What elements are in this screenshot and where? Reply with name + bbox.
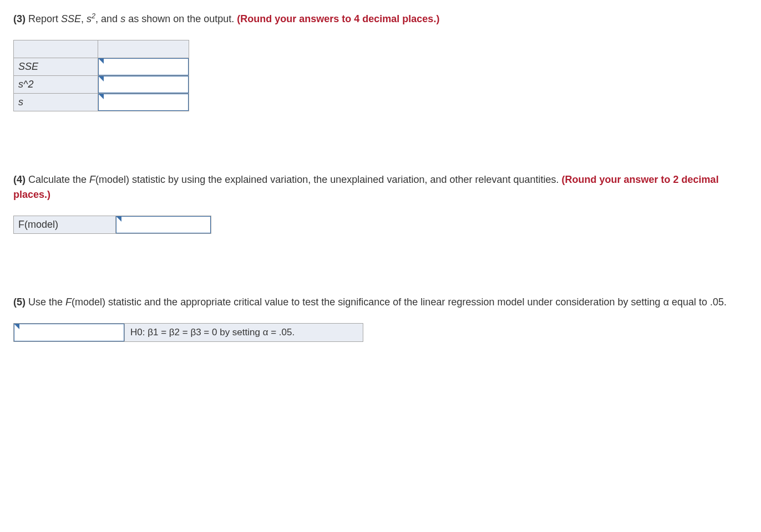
table-row: s^2 <box>14 76 189 94</box>
q3-input-cell-sse <box>98 58 189 76</box>
f-model-input[interactable] <box>116 216 211 233</box>
input-marker-icon <box>116 216 121 222</box>
q5-f-term: F <box>65 296 72 308</box>
q4-f-term: F <box>89 174 95 185</box>
q4-label-fmodel: F(model) <box>14 216 116 234</box>
sse-input[interactable] <box>98 58 189 75</box>
q5-hypothesis: H0: β1 = β2 = β3 = 0 by setting α = .05. <box>125 324 363 342</box>
q4-table: F(model) <box>13 216 211 234</box>
s-squared-input[interactable] <box>98 76 189 93</box>
question-3: (3) Report SSE, s2, and s as shown on th… <box>13 11 748 111</box>
table-row: SSE <box>14 58 189 76</box>
q3-sse-term: SSE <box>61 13 81 24</box>
question-4: (4) Calculate the F(model) statistic by … <box>13 172 748 234</box>
q5-prompt: (5) Use the F(model) statistic and the a… <box>13 295 748 310</box>
table-row: s <box>14 94 189 111</box>
s-input[interactable] <box>98 94 189 111</box>
table-row: F(model) <box>14 216 211 234</box>
q5-alpha: α <box>663 296 669 308</box>
q3-header-blank-2 <box>98 40 189 58</box>
q3-s-term: s <box>120 13 125 24</box>
q5-input-cell-decision <box>14 324 125 342</box>
q4-prompt: (4) Calculate the F(model) statistic by … <box>13 172 748 202</box>
q5-number: (5) <box>13 296 26 308</box>
table-row: H0: β1 = β2 = β3 = 0 by setting α = .05. <box>14 324 363 342</box>
q4-number: (4) <box>13 174 26 185</box>
q3-hint: (Round your answers to 4 decimal places.… <box>237 13 439 24</box>
q3-input-cell-s <box>98 94 189 111</box>
q3-table: SSE s^2 s <box>13 40 189 111</box>
q3-header-row <box>14 40 189 58</box>
input-marker-icon <box>98 94 104 99</box>
q3-label-s: s <box>14 94 98 111</box>
decision-input[interactable] <box>14 324 124 341</box>
q3-label-s2: s^2 <box>14 76 98 94</box>
input-marker-icon <box>14 324 19 329</box>
q5-table: H0: β1 = β2 = β3 = 0 by setting α = .05. <box>13 323 363 342</box>
q3-label-sse: SSE <box>14 58 98 76</box>
q3-s2-term: s2 <box>87 13 95 24</box>
q3-header-blank-1 <box>14 40 98 58</box>
input-marker-icon <box>98 76 104 81</box>
q4-input-cell-fmodel <box>116 216 211 234</box>
q3-number: (3) <box>13 13 26 24</box>
question-5: (5) Use the F(model) statistic and the a… <box>13 295 748 342</box>
q3-input-cell-s2 <box>98 76 189 94</box>
input-marker-icon <box>98 58 104 64</box>
q3-prompt: (3) Report SSE, s2, and s as shown on th… <box>13 11 748 27</box>
